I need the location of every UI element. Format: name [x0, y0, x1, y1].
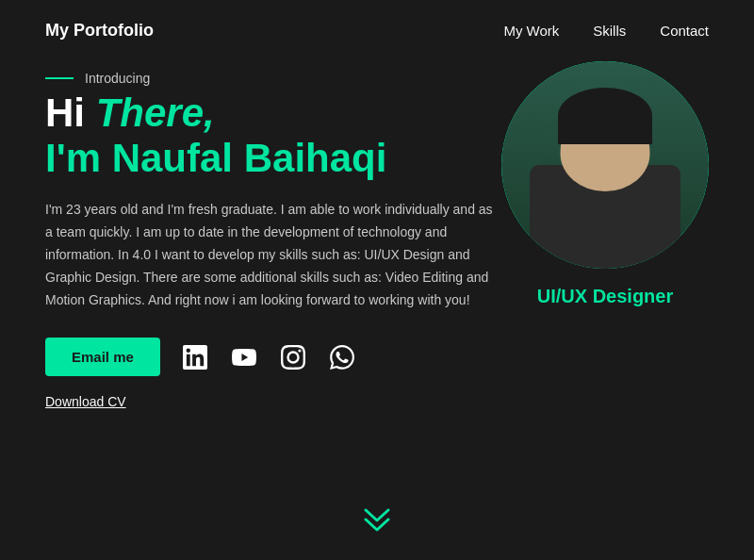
intro-label: Introducing [85, 71, 150, 86]
cta-row: Email me [45, 338, 501, 376]
intro-dash [45, 77, 74, 79]
designer-title: UI/UX Designer [537, 286, 673, 307]
hair-decoration [558, 88, 652, 144]
hi-line: Hi There, [45, 91, 501, 135]
nav-my-work[interactable]: My Work [503, 23, 559, 39]
hero-right: UI/UX Designer [501, 61, 709, 307]
scroll-down-arrow[interactable] [363, 507, 391, 537]
bio-text: I'm 23 years old and I'm fresh graduate.… [45, 199, 501, 311]
photo-placeholder [501, 61, 709, 269]
hi-plain: Hi [45, 91, 96, 135]
intro-line: Introducing [45, 71, 501, 86]
nav-links: My Work Skills Contact [503, 23, 709, 39]
social-icons [179, 341, 358, 373]
whatsapp-icon[interactable] [326, 341, 358, 373]
hero-left: Introducing Hi There, I'm Naufal Baihaqi… [45, 71, 501, 410]
nav-skills[interactable]: Skills [593, 23, 626, 39]
linkedin-icon[interactable] [179, 341, 211, 373]
hero-section: Introducing Hi There, I'm Naufal Baihaqi… [0, 61, 754, 410]
email-button[interactable]: Email me [45, 338, 160, 376]
name-line: I'm Naufal Baihaqi [45, 137, 501, 180]
profile-photo [501, 61, 709, 269]
hi-styled: There, [96, 91, 215, 135]
youtube-icon[interactable] [228, 341, 260, 373]
instagram-icon[interactable] [277, 341, 309, 373]
logo[interactable]: My Portofolio [45, 21, 154, 41]
nav-contact[interactable]: Contact [660, 23, 709, 39]
navbar: My Portofolio My Work Skills Contact [0, 0, 754, 61]
download-cv-link[interactable]: Download CV [45, 394, 126, 409]
